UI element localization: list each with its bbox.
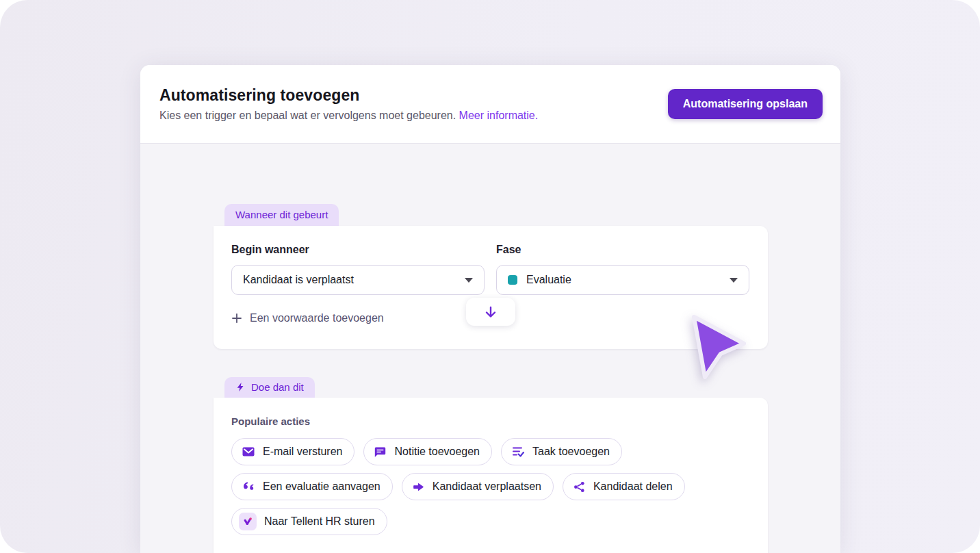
page-title: Automatisering toevoegen — [159, 86, 538, 105]
quote-icon — [242, 480, 255, 493]
action-label: Taak toevoegen — [532, 446, 610, 458]
action-pill-list: E-mail versturen Notitie toevoegen — [231, 438, 751, 535]
automation-modal: Automatisering toevoegen Kies een trigge… — [140, 65, 840, 553]
modal-header: Automatisering toevoegen Kies een trigge… — [140, 65, 840, 144]
mail-icon — [242, 445, 255, 459]
chevron-down-icon — [465, 278, 473, 283]
action-label: Kandidaat verplaatsen — [433, 480, 541, 493]
trigger-select-value: Kandidaat is verplaatst — [243, 274, 465, 286]
share-icon — [573, 480, 586, 493]
action-send-tellent-hr[interactable]: Naar Tellent HR sturen — [231, 508, 387, 535]
lightning-bolt-icon — [235, 382, 246, 392]
app-background: Automatisering toevoegen Kies een trigge… — [0, 0, 980, 553]
add-condition-label: Een voorwaarde toevoegen — [250, 312, 384, 324]
action-label: E-mail versturen — [263, 446, 342, 458]
stage-field: Fase Evaluatie — [496, 244, 749, 295]
arrow-down-icon — [483, 305, 498, 320]
tellent-logo-icon — [239, 513, 257, 530]
trigger-field: Begin wanneer Kandidaat is verplaatst — [231, 244, 485, 295]
stage-color-swatch — [508, 275, 517, 285]
action-label: Kandidaat delen — [593, 480, 673, 493]
action-card: Populaire acties E-mail versturen — [214, 398, 768, 553]
more-info-link[interactable]: Meer informatie. — [459, 110, 539, 121]
note-icon — [374, 446, 387, 459]
field-label: Fase — [496, 244, 749, 256]
trigger-tag-label: Wanneer dit gebeurt — [235, 209, 328, 220]
plus-icon — [231, 313, 242, 324]
trigger-section-tag: Wanneer dit gebeurt — [224, 204, 339, 226]
actions-heading: Populaire acties — [231, 415, 750, 427]
action-label: Naar Tellent HR sturen — [264, 515, 375, 528]
task-check-icon — [511, 445, 525, 459]
trigger-fields: Begin wanneer Kandidaat is verplaatst Fa… — [231, 244, 750, 295]
action-evaluation[interactable]: Een evaluatie aanvagen — [231, 473, 393, 500]
action-note[interactable]: Notitie toevoegen — [363, 438, 492, 465]
chevron-down-icon — [730, 278, 738, 283]
action-share-candidate[interactable]: Kandidaat delen — [563, 473, 685, 500]
add-condition-button[interactable]: Een voorwaarde toevoegen — [231, 312, 384, 324]
trigger-select[interactable]: Kandidaat is verplaatst — [231, 265, 485, 295]
action-task[interactable]: Taak toevoegen — [501, 438, 622, 465]
action-tag-label: Doe dan dit — [251, 381, 304, 393]
stage-select-value: Evaluatie — [526, 274, 730, 286]
action-label: Notitie toevoegen — [394, 446, 480, 458]
action-email[interactable]: E-mail versturen — [231, 438, 354, 465]
page-subtitle: Kies een trigger en bepaal wat er vervol… — [159, 110, 538, 122]
action-move-candidate[interactable]: Kandidaat verplaatsen — [402, 473, 554, 500]
save-automation-button[interactable]: Automatisering opslaan — [668, 89, 823, 119]
trigger-card: Begin wanneer Kandidaat is verplaatst Fa… — [214, 226, 768, 349]
action-section-tag: Doe dan dit — [224, 377, 315, 398]
stage-select[interactable]: Evaluatie — [496, 265, 749, 295]
connector-arrow-button[interactable] — [466, 298, 515, 326]
action-label: Een evaluatie aanvagen — [263, 480, 381, 493]
arrow-right-icon — [412, 480, 425, 493]
subtitle-text: Kies een trigger en bepaal wat er vervol… — [159, 110, 456, 121]
header-text-block: Automatisering toevoegen Kies een trigge… — [159, 86, 538, 122]
modal-body: Wanneer dit gebeurt Begin wanneer Kandid… — [140, 144, 840, 553]
field-label: Begin wanneer — [231, 244, 485, 256]
